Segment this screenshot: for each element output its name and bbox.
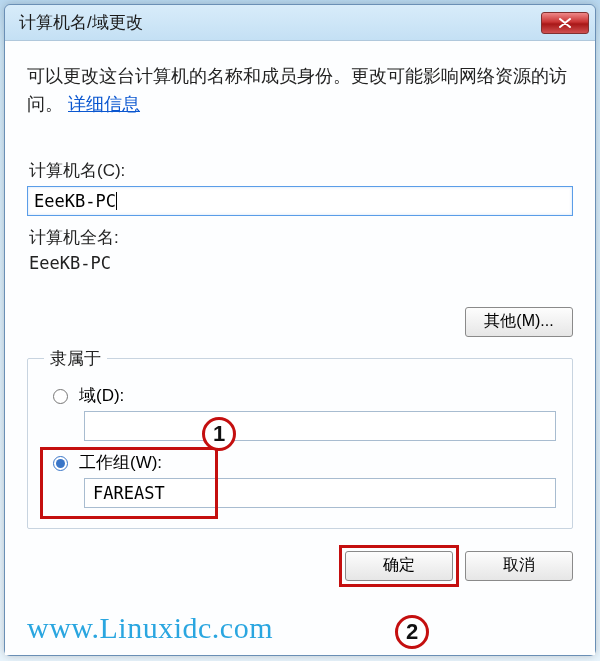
ok-button[interactable]: 确定 bbox=[345, 551, 453, 581]
window-title: 计算机名/域更改 bbox=[19, 11, 541, 34]
workgroup-radio-label: 工作组(W): bbox=[79, 451, 162, 474]
computer-name-input[interactable]: EeeKB-PC bbox=[27, 186, 573, 216]
workgroup-radio[interactable] bbox=[53, 456, 68, 471]
member-of-legend: 隶属于 bbox=[44, 347, 107, 370]
workgroup-radio-row[interactable]: 工作组(W): bbox=[48, 451, 556, 474]
domain-radio-row[interactable]: 域(D): bbox=[48, 384, 556, 407]
ok-button-frame: 确定 bbox=[345, 551, 453, 581]
full-computer-name-label: 计算机全名: bbox=[29, 226, 573, 249]
full-computer-name-value: EeeKB-PC bbox=[29, 253, 573, 273]
cancel-button[interactable]: 取消 bbox=[465, 551, 573, 581]
more-info-link[interactable]: 详细信息 bbox=[68, 94, 140, 114]
close-icon bbox=[558, 18, 572, 28]
dialog-client-area: 可以更改这台计算机的名称和成员身份。更改可能影响网络资源的访问。 详细信息 计算… bbox=[5, 41, 595, 655]
text-caret bbox=[116, 192, 117, 210]
more-button[interactable]: 其他(M)... bbox=[465, 307, 573, 337]
member-of-group: 隶属于 域(D): 工作组(W): 1 bbox=[27, 347, 573, 529]
domain-radio[interactable] bbox=[53, 389, 68, 404]
computer-name-value: EeeKB-PC bbox=[34, 191, 116, 211]
watermark-text: www.Linuxidc.com bbox=[27, 611, 273, 645]
titlebar[interactable]: 计算机名/域更改 bbox=[5, 5, 595, 41]
computer-name-label: 计算机名(C): bbox=[29, 159, 573, 182]
domain-radio-label: 域(D): bbox=[79, 384, 124, 407]
dialog-button-row: 确定 取消 bbox=[27, 551, 573, 581]
domain-input[interactable] bbox=[84, 411, 556, 441]
annotation-circle-2: 2 bbox=[395, 615, 429, 649]
dialog-window: 计算机名/域更改 可以更改这台计算机的名称和成员身份。更改可能影响网络资源的访问… bbox=[4, 4, 596, 656]
workgroup-input[interactable] bbox=[84, 478, 556, 508]
close-button[interactable] bbox=[541, 12, 589, 34]
description-text: 可以更改这台计算机的名称和成员身份。更改可能影响网络资源的访问。 详细信息 bbox=[27, 63, 573, 119]
